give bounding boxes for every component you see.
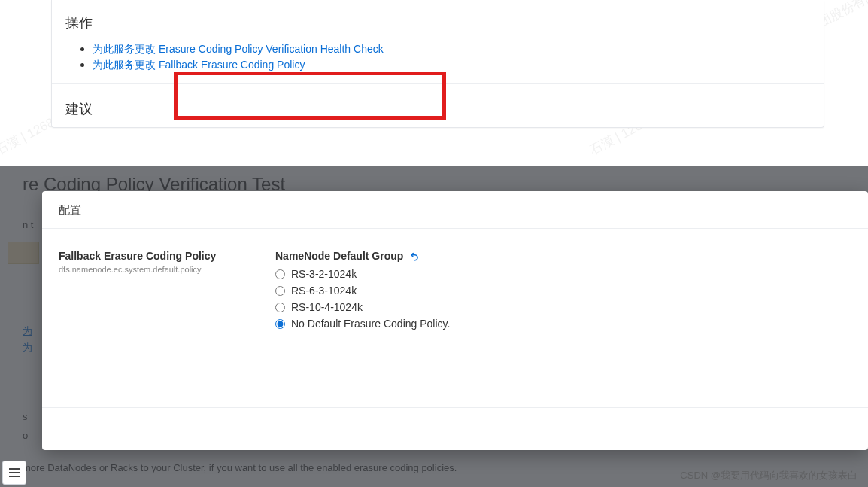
- radio-label: No Default Erasure Coding Policy.: [291, 318, 450, 330]
- watermark: 石漠 | 1268: [0, 114, 57, 160]
- suggestions-heading: 建议: [65, 100, 810, 118]
- page-footer-credit: CSDN @我要用代码向我喜欢的女孩表白: [680, 469, 857, 482]
- radio-input[interactable]: [275, 319, 285, 329]
- radio-option-no-default[interactable]: No Default Erasure Coding Policy.: [275, 318, 851, 330]
- actions-heading: 操作: [65, 14, 810, 32]
- config-modal: 配置 Fallback Erasure Coding Policy dfs.na…: [42, 191, 868, 450]
- modal-divider: [42, 407, 868, 408]
- setting-value-column: NameNode Default Group RS-3-2-1024k RS-6…: [275, 250, 851, 334]
- divider: [52, 83, 824, 84]
- radio-label: RS-6-3-1024k: [291, 285, 357, 297]
- radio-input[interactable]: [275, 286, 285, 296]
- setting-key: dfs.namenode.ec.system.default.policy: [59, 265, 275, 274]
- change-fallback-policy-link[interactable]: 为此服务更改 Fallback Erasure Coding Policy: [93, 59, 305, 71]
- undo-icon[interactable]: [409, 251, 420, 261]
- radio-option-rs-6-3[interactable]: RS-6-3-1024k: [275, 285, 851, 297]
- setting-title: Fallback Erasure Coding Policy: [59, 250, 275, 262]
- hamburger-menu-button[interactable]: [2, 461, 26, 485]
- actions-card: 操作 为此服务更改 Erasure Coding Policy Verifica…: [51, 0, 824, 128]
- radio-label: RS-3-2-1024k: [291, 268, 357, 280]
- actions-link-list: 为此服务更改 Erasure Coding Policy Verificatio…: [93, 42, 810, 72]
- radio-option-rs-3-2[interactable]: RS-3-2-1024k: [275, 268, 851, 280]
- list-item: 为此服务更改 Fallback Erasure Coding Policy: [93, 58, 810, 72]
- radio-label: RS-10-4-1024k: [291, 301, 363, 313]
- modal-title: 配置: [42, 191, 868, 229]
- radio-input[interactable]: [275, 269, 285, 279]
- config-group-label: NameNode Default Group: [275, 250, 403, 262]
- radio-option-rs-10-4[interactable]: RS-10-4-1024k: [275, 301, 851, 313]
- test-detail-panel: re Coding Policy Verification Test n t 为…: [0, 166, 868, 487]
- list-item: 为此服务更改 Erasure Coding Policy Verificatio…: [93, 42, 810, 56]
- modal-body: Fallback Erasure Coding Policy dfs.namen…: [42, 229, 868, 334]
- config-group-row: NameNode Default Group: [275, 250, 851, 262]
- radio-input[interactable]: [275, 303, 285, 312]
- setting-name-column: Fallback Erasure Coding Policy dfs.namen…: [59, 250, 275, 334]
- change-health-check-link[interactable]: 为此服务更改 Erasure Coding Policy Verificatio…: [93, 43, 384, 55]
